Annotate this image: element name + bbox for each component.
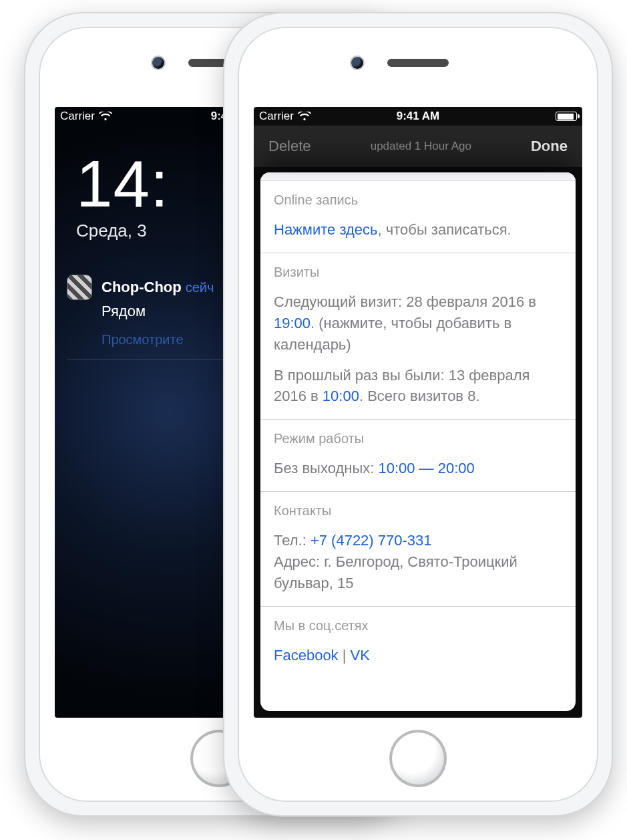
section-title: Визиты [274, 263, 562, 282]
tel-label: Тел.: [274, 532, 310, 549]
vk-link[interactable]: VK [351, 647, 370, 664]
section-title: Мы в соц.сетях [274, 616, 562, 636]
phone-link[interactable]: +7 (4722) 770-331 [310, 532, 432, 549]
hours-close: 20:00 [438, 460, 475, 476]
social-separator: | [339, 647, 351, 664]
notification-time: сейч [186, 280, 214, 295]
section-title: Контакты [274, 501, 562, 521]
carrier-label: Carrier [259, 110, 294, 123]
booking-rest: , чтобы записаться. [378, 221, 511, 238]
done-button[interactable]: Done [531, 138, 568, 155]
iphone-inner: Carrier 9:41 AM Delete updated 1 Hour Ag… [238, 27, 598, 802]
section-visits: Визиты Следующий визит: 28 февраля 2016 … [260, 253, 576, 420]
status-bar: Carrier 9:41 AM [254, 107, 582, 126]
hours-dash: — [415, 460, 437, 476]
prev-visit-time-link[interactable]: 10:00 [323, 388, 359, 404]
updated-label: updated 1 Hour Ago [371, 140, 471, 153]
address-text: Адрес: г. Белгород, Свято-Троицкий бульв… [274, 551, 562, 594]
next-visit-time-link[interactable]: 19:00 [274, 315, 310, 331]
wifi-icon [298, 112, 311, 121]
app-icon [67, 275, 92, 300]
facebook-link[interactable]: Facebook [274, 647, 339, 664]
wifi-icon [99, 112, 112, 121]
section-contacts: Контакты Тел.: +7 (4722) 770-331 Адрес: … [260, 492, 576, 607]
hours-pre: Без выходных: [274, 460, 378, 476]
section-title: Режим работы [274, 429, 562, 448]
prev-visit-post: . Всего визитов 8. [359, 388, 480, 404]
speaker-grille [387, 59, 449, 67]
detail-nav-bar: Delete updated 1 Hour Ago Done [254, 126, 582, 167]
status-time: 9:41 AM [397, 110, 440, 123]
notification-app-name: Chop-Chop [101, 279, 182, 295]
camera-dot [152, 57, 164, 69]
section-social: Мы в соц.сетях Facebook | VK [260, 607, 576, 693]
iphone-frame-right: Carrier 9:41 AM Delete updated 1 Hour Ag… [224, 13, 612, 815]
section-title: Online запись [274, 190, 562, 210]
section-hours: Режим работы Без выходных: 10:00 — 20:00 [260, 420, 576, 492]
delete-button[interactable]: Delete [268, 138, 311, 155]
next-visit-pre: Следующий визит: 28 февраля 2016 в [274, 293, 536, 310]
camera-dot [351, 57, 363, 69]
home-button[interactable] [389, 730, 447, 787]
booking-link[interactable]: Нажмите здесь [274, 221, 378, 238]
note-card: Online запись Нажмите здесь, чтобы запис… [260, 172, 576, 711]
detail-screen: Carrier 9:41 AM Delete updated 1 Hour Ag… [254, 107, 582, 718]
carrier-label: Carrier [60, 110, 95, 123]
section-online-booking: Online запись Нажмите здесь, чтобы запис… [260, 181, 576, 253]
hours-open: 10:00 [378, 460, 415, 476]
battery-icon [556, 112, 577, 121]
